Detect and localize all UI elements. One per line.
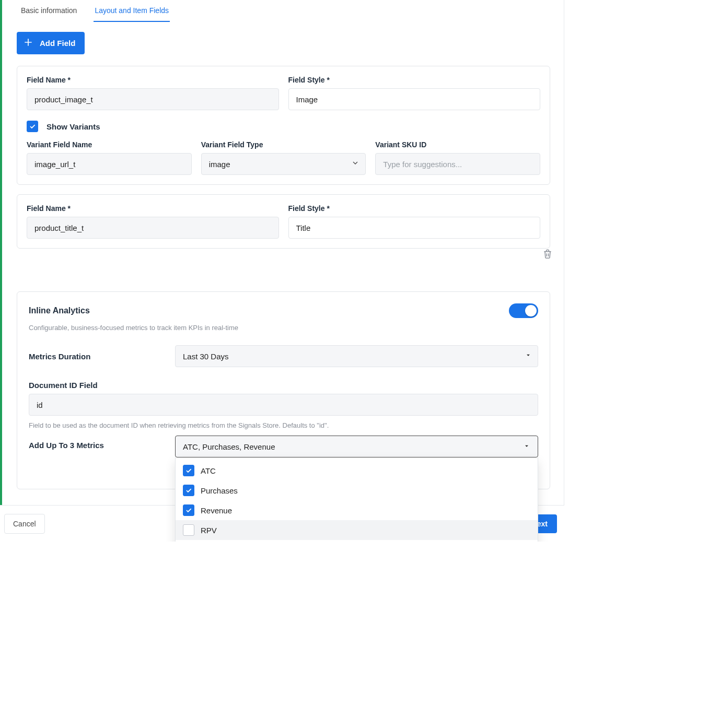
variant-field-name-label: Variant Field Name <box>27 140 192 149</box>
field-name-label: Field Name * <box>27 76 279 84</box>
inline-analytics-subtitle: Configurable, business-focused metrics t… <box>29 323 538 333</box>
tabs: Basic information Layout and Item Fields <box>3 0 564 22</box>
document-id-field-input[interactable] <box>29 394 538 416</box>
inline-analytics-card: Inline Analytics Configurable, business-… <box>17 291 550 489</box>
field-card-1: Field Name * Field Style * <box>17 66 550 185</box>
metrics-duration-label: Metrics Duration <box>29 352 175 361</box>
show-variants-checkbox[interactable] <box>27 121 38 132</box>
variant-sku-id-input[interactable] <box>375 153 540 175</box>
field-style-label: Field Style * <box>288 76 541 84</box>
metrics-option-revenue[interactable]: Revenue <box>176 500 538 520</box>
field-card-2: Field Name * Field Style * <box>17 194 550 249</box>
cancel-button[interactable]: Cancel <box>4 514 45 534</box>
metrics-duration-select[interactable] <box>175 345 538 367</box>
metrics-option-label: ATC <box>201 466 216 475</box>
plus-icon <box>23 37 33 49</box>
metrics-option-rpv[interactable]: RPV <box>176 520 538 540</box>
metrics-option-label: RPV <box>201 526 217 535</box>
trash-icon[interactable] <box>542 249 553 259</box>
document-id-field-label: Document ID Field <box>29 381 538 390</box>
field-name-input[interactable] <box>27 88 279 110</box>
checkbox-purchases[interactable] <box>183 485 194 496</box>
metrics-dropdown: ATCPurchasesRevenueRPVCVR <box>175 457 538 542</box>
checkbox-atc[interactable] <box>183 465 194 476</box>
checkbox-revenue[interactable] <box>183 504 194 516</box>
add-field-button[interactable]: Add Field <box>17 32 85 54</box>
document-id-help: Field to be used as the document ID when… <box>29 421 538 430</box>
tab-layout-and-item-fields[interactable]: Layout and Item Fields <box>94 6 170 22</box>
field-style-label-2: Field Style * <box>288 204 541 213</box>
metrics-option-purchases[interactable]: Purchases <box>176 480 538 500</box>
tab-basic-information[interactable]: Basic information <box>20 6 78 22</box>
variant-sku-id-label: Variant SKU ID <box>375 140 540 149</box>
caret-down-icon <box>523 442 530 451</box>
metrics-option-label: Revenue <box>201 506 232 515</box>
field-style-select[interactable] <box>288 88 541 110</box>
field-name-input-2[interactable] <box>27 217 279 239</box>
checkbox-rpv[interactable] <box>183 524 194 536</box>
variant-field-name-input[interactable] <box>27 153 192 175</box>
variant-field-type-label: Variant Field Type <box>201 140 366 149</box>
variant-field-type-select[interactable] <box>201 153 366 175</box>
add-metrics-select[interactable]: ATC, Purchases, Revenue <box>175 436 538 457</box>
metrics-option-atc[interactable]: ATC <box>176 461 538 480</box>
inline-analytics-title: Inline Analytics <box>29 306 90 315</box>
field-style-select-2[interactable] <box>288 217 541 239</box>
metrics-option-label: Purchases <box>201 486 238 495</box>
metrics-option-cvr[interactable]: CVR <box>176 540 538 542</box>
field-name-label-2: Field Name * <box>27 204 279 213</box>
show-variants-label: Show Variants <box>47 122 100 131</box>
add-field-label: Add Field <box>40 39 75 48</box>
inline-analytics-toggle[interactable] <box>509 303 538 318</box>
add-metrics-label: Add Up To 3 Metrics <box>29 436 175 450</box>
add-metrics-value: ATC, Purchases, Revenue <box>183 442 275 451</box>
